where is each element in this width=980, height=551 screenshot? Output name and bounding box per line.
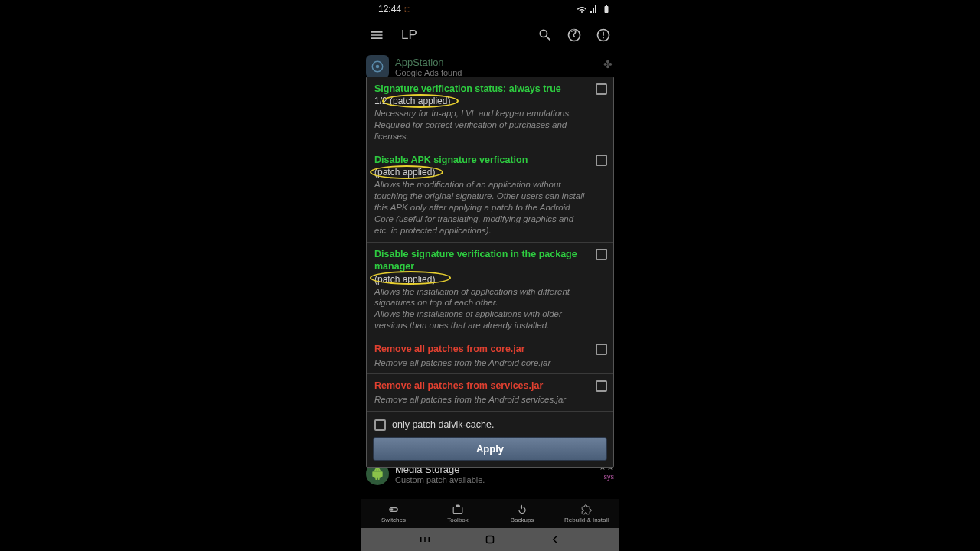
system-nav-bar [361,528,619,551]
patch-row-remove-services[interactable]: Remove all patches from services.jar Rem… [367,374,613,411]
patch-status: (patch applied) [374,167,587,178]
svg-point-3 [390,508,394,511]
patch-desc: Remove all patches from the Android serv… [374,394,587,406]
restore-icon [516,504,528,515]
patch-row-disable-pm-sig[interactable]: Disable signature verification in the pa… [367,243,613,337]
nav-toolbox[interactable]: Toolbox [426,499,490,528]
patch-title: Disable APK signature verfication [374,154,587,166]
info-icon[interactable] [596,28,611,43]
search-icon[interactable] [537,28,553,43]
status-indicator-icon: ⬚ [404,5,411,13]
patches-modal: Signature verification status: always tr… [366,77,614,468]
patch-status: (patch applied) [374,274,587,285]
recents-button[interactable] [418,533,432,546]
app-title: LP [401,28,417,43]
app-bar: LP [361,18,619,52]
patch-row-sig-verify[interactable]: Signature verification status: always tr… [367,77,613,148]
back-button[interactable] [548,533,562,546]
checkbox[interactable] [374,419,386,431]
extension-icon [580,504,593,515]
nav-label: Rebuild & Install [564,517,609,523]
patch-title: Signature verification status: always tr… [374,83,587,95]
checkbox[interactable] [596,344,607,355]
patch-title: Remove all patches from services.jar [374,380,587,392]
only-dalvik-label: only patch dalvik-cache. [392,419,494,430]
patch-desc: Allows the installation of applications … [374,286,587,332]
patch-status: 1/2 (patch applied) [374,96,587,106]
nav-rebuild[interactable]: Rebuild & Install [554,499,619,528]
patch-row-remove-core[interactable]: Remove all patches from core.jar Remove … [367,337,613,374]
checkbox[interactable] [596,155,607,166]
app-sub: Custom patch available. [395,475,485,484]
svg-rect-4 [486,536,493,543]
patch-title: Remove all patches from core.jar [374,343,587,355]
app-name: AppStation [395,57,462,68]
checkbox[interactable] [596,83,607,95]
nav-backups[interactable]: Backups [490,499,554,528]
signal-icon [590,5,599,14]
toolbox-icon [452,504,464,515]
status-bar: 12:44 ⬚ [361,0,619,18]
home-button[interactable] [483,533,497,546]
svg-point-1 [376,65,380,69]
patch-desc: Allows the modification of an applicatio… [374,179,587,236]
checkbox[interactable] [596,249,607,260]
patch-row-disable-apk-sig[interactable]: Disable APK signature verfication (patch… [367,148,613,243]
status-right [577,5,611,14]
clover-icon: ✤ [603,58,612,70]
nav-switches[interactable]: Switches [361,499,426,528]
checkbox[interactable] [596,380,607,392]
nav-label: Backups [511,517,534,523]
nav-label: Toolbox [447,517,469,523]
battery-icon [602,5,611,14]
status-time: 12:44 [378,4,401,15]
only-dalvik-row[interactable]: only patch dalvik-cache. [367,412,613,435]
help-icon[interactable] [567,28,582,43]
app-icon [366,55,389,78]
patch-title: Disable signature verification in the pa… [374,248,587,273]
sys-badge: sys [604,473,615,481]
phone-frame: 12:44 ⬚ LP AppStation Google Ads found [361,0,619,551]
nav-label: Switches [381,517,406,523]
wifi-icon [577,5,586,14]
switch-icon [387,504,400,515]
patch-desc: Remove all patches from the Android core… [374,357,587,369]
menu-icon[interactable] [369,28,384,43]
patch-desc: Necessary for In-app, LVL and keygen emu… [374,108,587,142]
app-sub: Google Ads found [395,68,462,77]
apply-button[interactable]: Apply [373,437,607,461]
bottom-nav: Switches Toolbox Backups Rebuild & Insta… [361,499,619,528]
